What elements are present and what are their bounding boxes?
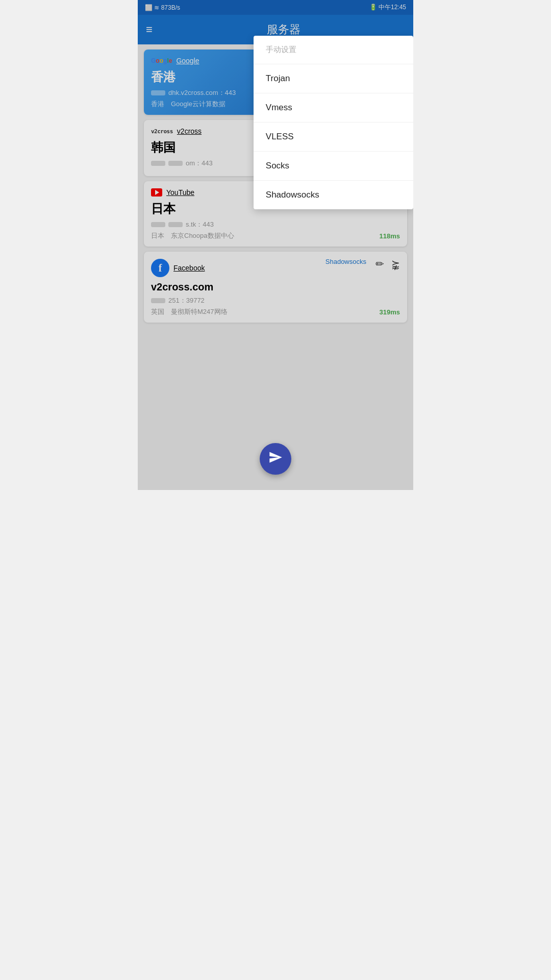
dropdown-item-manual[interactable]: 手动设置 — [254, 36, 413, 64]
dropdown-menu: 手动设置 Trojan Vmess VLESS Socks Shadowsock… — [254, 36, 413, 209]
dropdown-item-shadowsocks[interactable]: Shadowsocks — [254, 181, 413, 209]
dropdown-item-trojan[interactable]: Trojan — [254, 64, 413, 93]
dropdown-item-vmess[interactable]: Vmess — [254, 93, 413, 122]
fab-icon — [268, 450, 283, 468]
fab-button[interactable] — [260, 443, 291, 475]
app-wrapper: ⬜ ≋ 873B/s 🔋 中午12:45 ≡ 服务器 Google Google… — [138, 0, 413, 490]
dropdown-item-socks[interactable]: Socks — [254, 152, 413, 181]
dropdown-item-vless[interactable]: VLESS — [254, 122, 413, 152]
